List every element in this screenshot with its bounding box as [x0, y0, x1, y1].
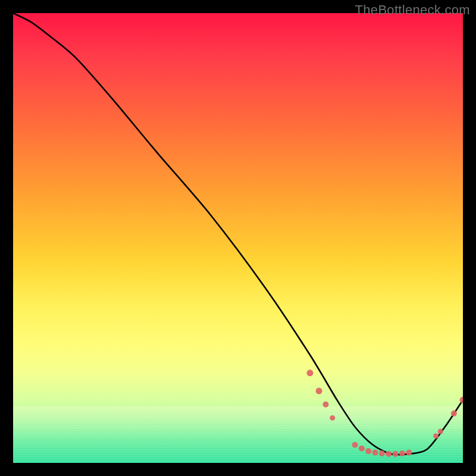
watermark-text: TheBottleneck.com [355, 2, 470, 18]
data-marker [379, 450, 385, 456]
chart-container: TheBottleneck.com [0, 0, 476, 476]
data-marker [365, 448, 371, 454]
bottleneck-curve-line [13, 13, 463, 455]
data-marker [386, 451, 392, 457]
plot-area [13, 13, 463, 463]
data-marker [460, 397, 464, 403]
data-marker [393, 451, 399, 457]
data-marker [433, 433, 439, 439]
data-marker [438, 429, 443, 434]
data-marker [406, 450, 412, 456]
data-marker [372, 450, 378, 456]
data-marker [330, 415, 335, 421]
data-marker [451, 411, 457, 416]
curve-layer [13, 13, 463, 463]
data-marker [399, 450, 405, 456]
data-marker [322, 402, 328, 408]
data-marker [316, 388, 322, 394]
data-marker [306, 369, 313, 376]
markers-group [306, 369, 463, 457]
data-marker [352, 442, 358, 448]
data-marker [359, 446, 365, 452]
